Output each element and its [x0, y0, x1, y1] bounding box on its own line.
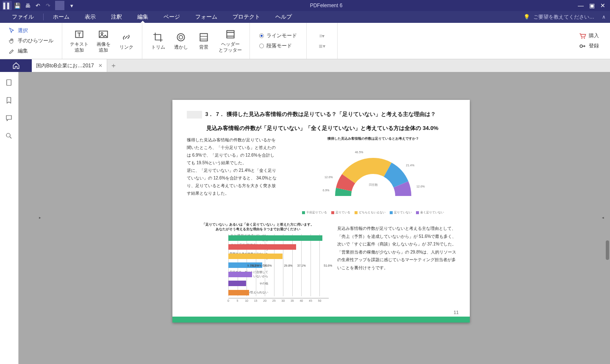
- comment-icon[interactable]: [5, 114, 14, 123]
- radio-icon: [259, 33, 264, 38]
- document-viewer[interactable]: ▸ ◂ 3． 7． 獲得した見込み客情報の件数は足りている？「足りていない」と考…: [19, 72, 610, 364]
- bar-fill: [228, 281, 246, 286]
- register-button[interactable]: 登録: [576, 41, 602, 51]
- menu-ページ[interactable]: ページ: [156, 11, 188, 23]
- menu-フォーム[interactable]: フォーム: [188, 11, 225, 23]
- quick-access: ▌▌ 💾 🖶 ↶ ↷ ▾: [0, 1, 76, 10]
- close-icon[interactable]: ✕: [598, 1, 607, 10]
- body-right-text: 見込み客情報の件数が足りていないと考える主な理由として、「売上（予算）を達成して…: [337, 222, 458, 305]
- align-bottom-icon[interactable]: ≣▾: [316, 40, 328, 52]
- minimize-icon[interactable]: ―: [576, 1, 585, 10]
- svg-point-3: [177, 33, 184, 41]
- buy-button[interactable]: 購入: [576, 31, 602, 41]
- bookmark-icon[interactable]: [5, 97, 14, 105]
- donut-value-label: 12.6%: [416, 185, 424, 188]
- cursor-tool[interactable]: 選択: [6, 26, 56, 36]
- bar-chart-block: 「足りていない」あるいは「全く足りていない」と答えた方に伺います。あなたがそう考…: [187, 222, 329, 305]
- hf-icon: [225, 29, 236, 40]
- link-icon: [121, 32, 132, 43]
- expand-right-icon[interactable]: ◂: [601, 213, 605, 222]
- bar-value-label: 18.5%: [263, 264, 272, 267]
- ribbon-spacer: [338, 23, 568, 59]
- tool-label: テキスト追加: [70, 41, 89, 52]
- q-number-1: 3．: [205, 111, 214, 118]
- donut-value-label: 12.6%: [324, 176, 333, 179]
- crop-button[interactable]: トリム: [147, 32, 169, 50]
- legend-swatch: [355, 211, 358, 214]
- cursor-icon: [8, 28, 15, 34]
- legend-swatch: [416, 211, 419, 214]
- bg-button[interactable]: 背景: [192, 32, 215, 50]
- menu-編集[interactable]: 編集: [130, 11, 156, 23]
- svg-rect-6: [227, 31, 234, 38]
- tabbar: 国内BtoB企業にお…2017 ✕ ＋: [0, 59, 610, 72]
- bar-row: わからない/答えられない11.3%: [228, 289, 329, 296]
- more-icon[interactable]: ▾: [67, 1, 76, 10]
- hf-button[interactable]: ヘッダーとフッター: [215, 29, 245, 52]
- save-icon[interactable]: 💾: [13, 1, 22, 10]
- menu-注釈[interactable]: 注釈: [103, 11, 130, 23]
- line-mode-radio[interactable]: ラインモード: [257, 31, 299, 41]
- window-controls: ― ▣ ✕: [576, 1, 610, 10]
- home-icon: [12, 62, 20, 69]
- page-footer-bar: [172, 317, 470, 323]
- document-tab[interactable]: 国内BtoB企業にお…2017 ✕: [32, 59, 107, 72]
- bar-row: 自社のターゲットに合致していないから12.9%: [228, 270, 329, 278]
- bar-fill: [228, 244, 296, 250]
- bar-row: すぐに案件(商談)化しないから37.1%: [228, 243, 329, 251]
- svg-rect-10: [6, 80, 11, 85]
- menu-表示[interactable]: 表示: [77, 11, 103, 23]
- watermark-icon: [175, 32, 186, 43]
- link-button[interactable]: リンク: [115, 32, 138, 50]
- text-button[interactable]: テキスト追加: [67, 29, 92, 52]
- hand-tool[interactable]: 手のひらツール: [6, 36, 56, 46]
- collapse-ribbon-icon[interactable]: ∧: [602, 14, 606, 20]
- expand-left-icon[interactable]: ▸: [38, 213, 42, 222]
- menu-ホーム[interactable]: ホーム: [45, 11, 77, 23]
- sub-heading: 見込み客情報の件数が「足りていない」「全く足りていない」と考えている方は全体の …: [187, 124, 458, 132]
- thumbnails-icon[interactable]: [5, 79, 14, 87]
- titlebar: ▌▌ 💾 🖶 ↶ ↷ ▾ PDFelement 6 ― ▣ ✕: [0, 0, 610, 11]
- edit-tool[interactable]: 編集: [6, 46, 56, 56]
- tool-label: 背景: [199, 44, 208, 50]
- main-area: ▸ ◂ 3． 7． 獲得した見込み客情報の件数は足りている？「足りていない」と考…: [0, 72, 610, 364]
- print-icon[interactable]: 🖶: [23, 1, 32, 10]
- menu-ヘルプ[interactable]: ヘルプ: [268, 11, 299, 23]
- legend-item: どちらともいえない: [355, 210, 385, 215]
- donut-value-label: 6.9%: [322, 189, 329, 192]
- watermark-button[interactable]: 透かし: [169, 32, 192, 50]
- svg-text:回答数: 回答数: [369, 183, 377, 186]
- bar-fill: [228, 254, 283, 259]
- paragraph-mode-label: 段落モード: [266, 42, 292, 50]
- left-rail: [0, 72, 19, 364]
- menu-ファイル[interactable]: ファイル: [4, 11, 42, 23]
- app-icon: ▌▌: [3, 1, 12, 10]
- page-number: 11: [454, 310, 459, 315]
- undo-icon[interactable]: ↶: [33, 1, 42, 10]
- bar-chart: 売上(予算)を達成していないから51.6%すぐに案件(商談)化しないから37.1…: [187, 234, 329, 305]
- ribbon-group-account: 購入 登録: [568, 23, 610, 59]
- separator: [55, 1, 64, 10]
- redo-icon[interactable]: ↷: [43, 1, 53, 10]
- svg-point-2: [101, 33, 103, 34]
- pdf-page: 3． 7． 獲得した見込み客情報の件数は足りている？「足りていない」と考える主な…: [172, 100, 470, 323]
- body-left-text: 獲得した見込み客情報の件数が足りているかを聞いたところ、「十分足りている」と答え…: [187, 136, 278, 215]
- new-tab-button[interactable]: ＋: [107, 59, 120, 72]
- bar-row: 営業担当者の稼働が少ないから29.8%: [228, 252, 329, 260]
- search-icon[interactable]: [5, 132, 14, 141]
- home-tab-button[interactable]: [0, 59, 32, 72]
- close-tab-icon[interactable]: ✕: [98, 63, 103, 69]
- image-button[interactable]: 画像を追加: [92, 29, 115, 52]
- donut-value-label: 46.5%: [355, 151, 363, 154]
- svg-point-4: [179, 36, 183, 39]
- menu-プロテクト[interactable]: プロテクト: [225, 11, 268, 23]
- legend-item: 足りている: [331, 210, 350, 215]
- donut-legend: 十分足りている足りているどちらともいえない足りていない全く足りていない: [288, 210, 458, 215]
- svg-point-8: [584, 38, 585, 39]
- tool-label: 選択: [18, 27, 28, 34]
- tip-text[interactable]: ご要望を教えてください…: [533, 14, 594, 21]
- maximize-icon[interactable]: ▣: [587, 1, 596, 10]
- tool-label: ヘッダーとフッター: [219, 41, 242, 52]
- paragraph-mode-radio[interactable]: 段落モード: [257, 41, 299, 51]
- scrollbar-thumb[interactable]: [606, 240, 609, 260]
